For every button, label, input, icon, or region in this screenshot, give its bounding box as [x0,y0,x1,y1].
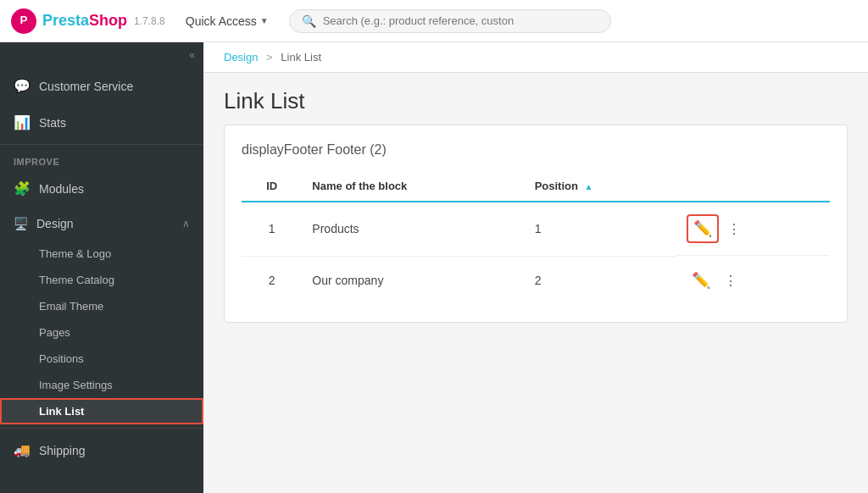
sidebar-item-stats[interactable]: 📊 Stats [0,104,203,141]
stats-icon: 📊 [14,114,31,130]
positions-label: Positions [39,352,84,365]
breadcrumb: Design > Link List [203,42,868,73]
search-icon: 🔍 [302,14,316,28]
more-actions-button-2[interactable]: ⋮ [719,269,743,292]
customer-service-label: Customer Service [39,80,133,93]
sort-icon: ▲ [585,182,593,191]
cell-id-2: 2 [242,256,302,305]
link-list-label: Link List [39,405,84,418]
sidebar-item-design[interactable]: 🖥️ Design ∧ [0,207,203,241]
theme-logo-label: Theme & Logo [39,247,111,260]
sidebar-item-shipping[interactable]: 🚚 Shipping [0,432,203,468]
sidebar-sub-theme-catalog[interactable]: Theme Catalog [0,267,203,293]
logo-area: P PrestaShop 1.7.8.8 [10,8,165,35]
col-id: ID [242,171,302,202]
sidebar-sub-image-settings[interactable]: Image Settings [0,372,203,398]
link-list-table: ID Name of the block Position ▲ [242,171,830,305]
cell-actions-1: ✏️ ⋮ [676,202,830,256]
sidebar-sub-positions[interactable]: Positions [0,346,203,372]
sidebar-divider [0,144,203,145]
breadcrumb-current: Link List [281,51,321,64]
image-settings-label: Image Settings [39,379,113,391]
email-theme-label: Email Theme [39,300,103,313]
breadcrumb-parent[interactable]: Design [224,51,258,64]
svg-text:P: P [19,13,27,25]
content-area: displayFooter Footer (2) ID Name of the … [203,125,868,343]
improve-section-label: IMPROVE [0,148,203,170]
pages-label: Pages [39,326,70,339]
customer-service-icon: 💬 [14,78,31,94]
cell-name-1: Products [302,202,524,256]
design-label: Design [36,217,74,230]
sidebar-sub-link-list[interactable]: Link List [0,398,203,424]
design-icon: 🖥️ [14,217,28,230]
sidebar-collapse-button[interactable]: « [0,42,203,68]
page-header: Link List [203,73,868,125]
layout: « 💬 Customer Service 📊 Stats IMPROVE 🧩 M… [0,42,868,493]
theme-catalog-label: Theme Catalog [39,274,114,286]
card-title: displayFooter Footer (2) [242,142,830,158]
sidebar-sub-theme-logo[interactable]: Theme & Logo [0,241,203,267]
cell-id-1: 1 [242,202,302,256]
col-actions [676,171,830,202]
modules-label: Modules [39,182,84,196]
main-content: Design > Link List Link List displayFoot… [203,42,868,493]
search-input[interactable] [323,14,598,27]
sidebar-sub-email-theme[interactable]: Email Theme [0,293,203,319]
sidebar-sub-pages[interactable]: Pages [0,319,203,346]
cell-position-2: 2 [525,256,676,305]
logo-icon: P [10,8,37,35]
page-title: Link List [224,88,848,114]
col-position: Position ▲ [525,171,676,202]
caret-icon: ▼ [260,16,269,25]
link-list-card: displayFooter Footer (2) ID Name of the … [224,125,848,323]
sidebar-divider-2 [0,428,203,429]
chevron-up-icon: ∧ [182,218,190,230]
cell-name-2: Our company [302,256,524,305]
search-bar[interactable]: 🔍 [289,9,611,33]
col-name: Name of the block [302,171,524,202]
more-actions-button-1[interactable]: ⋮ [722,218,746,241]
version-label: 1.7.8.8 [134,15,165,27]
cell-actions-2: ✏️ ⋮ [676,256,830,305]
shipping-label: Shipping [39,444,86,457]
quick-access-button[interactable]: Quick Access ▼ [179,11,275,31]
sidebar: « 💬 Customer Service 📊 Stats IMPROVE 🧩 M… [0,42,203,493]
quick-access-label: Quick Access [186,14,257,28]
topbar: P PrestaShop 1.7.8.8 Quick Access ▼ 🔍 [0,0,868,42]
table-row: 2 Our company 2 ✏️ ⋮ [242,256,830,305]
sidebar-item-customer-service[interactable]: 💬 Customer Service [0,68,203,104]
breadcrumb-separator: > [266,51,273,64]
table-row: 1 Products 1 ✏️ ⋮ [242,202,830,256]
design-left: 🖥️ Design [14,217,74,230]
cell-position-1: 1 [525,202,676,256]
sidebar-item-modules[interactable]: 🧩 Modules [0,170,203,207]
stats-label: Stats [39,116,66,130]
edit-button-1[interactable]: ✏️ [687,214,719,243]
logo-text: PrestaShop [42,12,127,30]
modules-icon: 🧩 [14,180,31,197]
shipping-icon: 🚚 [14,442,31,458]
edit-button-2[interactable]: ✏️ [687,268,715,293]
